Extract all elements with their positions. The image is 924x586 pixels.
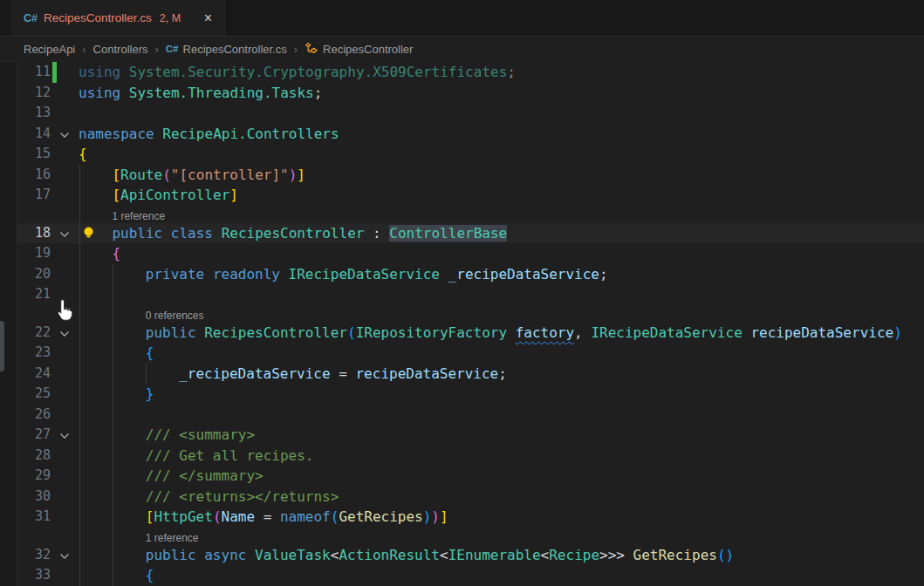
line-number[interactable]: 15 — [17, 144, 51, 165]
breadcrumb-item-recipeapi[interactable]: RecipeApi — [24, 43, 75, 56]
code-line[interactable]: 19{ — [0, 243, 924, 264]
code-text[interactable]: /// Get all recipes. — [146, 446, 314, 467]
code-text[interactable]: { — [146, 565, 154, 586]
token: [ — [112, 187, 120, 203]
line-number[interactable]: 12 — [17, 83, 51, 104]
line-number[interactable]: 20 — [17, 264, 51, 285]
code-line[interactable]: 14namespace RecipeApi.Controllers — [0, 124, 924, 145]
token: ] — [229, 187, 238, 203]
token: ) — [431, 508, 440, 525]
fold-chevron-icon[interactable] — [58, 428, 72, 442]
line-number[interactable]: 11 — [17, 62, 51, 83]
fold-chevron-icon[interactable] — [58, 127, 72, 141]
code-text[interactable]: } — [146, 384, 154, 405]
code-line[interactable]: 12using System.Threading.Tasks; — [0, 83, 924, 104]
code-text[interactable]: /// </summary> — [146, 466, 264, 487]
line-number[interactable]: 27 — [17, 425, 51, 446]
line-number[interactable]: 33 — [17, 565, 51, 586]
codelens-row[interactable]: 0 references — [0, 305, 924, 323]
lightbulb-icon[interactable] — [81, 226, 96, 241]
code-line[interactable]: 16[Route("[controller]")] — [0, 165, 924, 186]
left-rail-scroll-thumb[interactable] — [0, 321, 4, 371]
token: ) — [289, 167, 298, 183]
code-line[interactable]: 15{ — [0, 144, 924, 165]
code-line[interactable]: 22public RecipesController(IRepositoryFa… — [0, 323, 924, 344]
line-number[interactable]: 28 — [17, 446, 51, 467]
code-line[interactable]: 24_recipeDataService = recipeDataService… — [0, 364, 924, 385]
breadcrumb-item-class[interactable]: RecipesController — [305, 42, 413, 56]
line-number[interactable]: 23 — [17, 343, 51, 364]
token: private — [146, 266, 204, 283]
codelens-references[interactable]: 0 references — [146, 307, 204, 324]
code-text[interactable]: [Route("[controller]")] — [112, 165, 305, 186]
code-line[interactable]: 27/// <summary> — [0, 425, 924, 446]
indent-guide — [113, 545, 113, 566]
code-text[interactable]: using System.Threading.Tasks; — [79, 83, 322, 104]
code-line[interactable]: 21 — [0, 284, 924, 305]
code-text[interactable]: namespace RecipeApi.Controllers — [79, 124, 339, 145]
line-number[interactable]: 14 — [17, 124, 51, 145]
indent-guide — [146, 364, 147, 385]
code-line[interactable]: 17[ApiController] — [0, 185, 924, 206]
code-line[interactable]: 30/// <returns></returns> — [0, 487, 924, 508]
breadcrumb-item-file[interactable]: C# RecipesController.cs — [166, 43, 287, 56]
code-line[interactable]: 20private readonly IRecipeDataService _r… — [0, 264, 924, 285]
code-text[interactable]: { — [79, 144, 87, 165]
token: { — [79, 146, 87, 162]
chevron-right-icon: › — [82, 43, 86, 56]
line-number[interactable]: 25 — [17, 384, 51, 405]
code-line[interactable]: 28/// Get all recipes. — [0, 446, 924, 467]
code-line[interactable]: 32public async ValueTask<ActionResult<IE… — [0, 545, 924, 566]
line-number[interactable]: 32 — [17, 545, 51, 566]
line-number[interactable]: 21 — [17, 284, 51, 305]
code-line[interactable]: 11using System.Security.Cryptography.X50… — [0, 62, 924, 83]
fold-chevron-icon[interactable] — [58, 326, 72, 340]
indent-guide — [79, 425, 80, 446]
breadcrumb-item-controllers[interactable]: Controllers — [93, 43, 148, 56]
code-text[interactable]: public class RecipesController : Control… — [112, 223, 507, 244]
code-line[interactable]: 31[HttpGet(Name = nameof(GetRecipes))] — [0, 507, 924, 528]
code-line[interactable]: 29/// </summary> — [0, 466, 924, 487]
code-text[interactable]: _recipeDataService = recipeDataService; — [179, 364, 507, 385]
code-text[interactable]: private readonly IRecipeDataService _rec… — [146, 264, 608, 285]
token: < — [541, 547, 550, 563]
code-line[interactable]: 18public class RecipesController : Contr… — [0, 223, 924, 244]
line-number[interactable]: 17 — [17, 185, 51, 206]
code-line[interactable]: 13 — [0, 103, 924, 124]
fold-chevron-icon[interactable] — [58, 227, 72, 241]
code-text[interactable]: { — [112, 243, 120, 264]
codelens-references[interactable]: 1 reference — [146, 529, 199, 547]
code-text[interactable]: { — [146, 343, 154, 364]
line-number[interactable]: 29 — [17, 466, 51, 487]
code-text[interactable]: using System.Security.Cryptography.X509C… — [79, 62, 516, 83]
code-line[interactable]: 23{ — [0, 343, 924, 364]
line-number[interactable]: 16 — [17, 165, 51, 186]
code-text[interactable]: [ApiController] — [112, 185, 238, 206]
codelens-row[interactable]: 1 reference — [0, 206, 924, 223]
code-text[interactable]: public RecipesController(IRepositoryFact… — [146, 323, 902, 344]
line-number[interactable]: 22 — [17, 323, 51, 344]
indent-guide — [79, 466, 80, 487]
line-number[interactable]: 13 — [17, 103, 51, 124]
close-icon[interactable]: × — [201, 10, 216, 27]
fold-chevron-icon[interactable] — [58, 549, 72, 562]
codelens-references[interactable]: 1 reference — [112, 208, 165, 225]
line-number[interactable]: 26 — [17, 405, 51, 426]
line-number[interactable]: 18 — [17, 223, 51, 244]
tab-recipescontroller[interactable]: C# RecipesController.cs 2, M × — [11, 0, 225, 36]
line-number[interactable]: 31 — [17, 507, 51, 528]
code-line[interactable]: 25} — [0, 384, 924, 405]
indent-guide — [79, 323, 80, 344]
code-text[interactable]: /// <summary> — [146, 425, 255, 446]
line-number[interactable]: 24 — [17, 364, 51, 385]
code-text[interactable]: public async ValueTask<ActionResult<IEnu… — [146, 545, 734, 566]
code-line[interactable]: 33{ — [0, 565, 924, 586]
code-line[interactable]: 26 — [0, 405, 924, 426]
token: ValueTask — [255, 547, 331, 563]
indent-guide — [79, 565, 80, 586]
line-number[interactable]: 19 — [17, 243, 51, 264]
code-text[interactable]: /// <returns></returns> — [146, 487, 339, 508]
code-text[interactable]: [HttpGet(Name = nameof(GetRecipes))] — [146, 507, 448, 528]
line-number[interactable]: 30 — [17, 487, 51, 508]
codelens-row[interactable]: 1 reference — [0, 528, 924, 545]
